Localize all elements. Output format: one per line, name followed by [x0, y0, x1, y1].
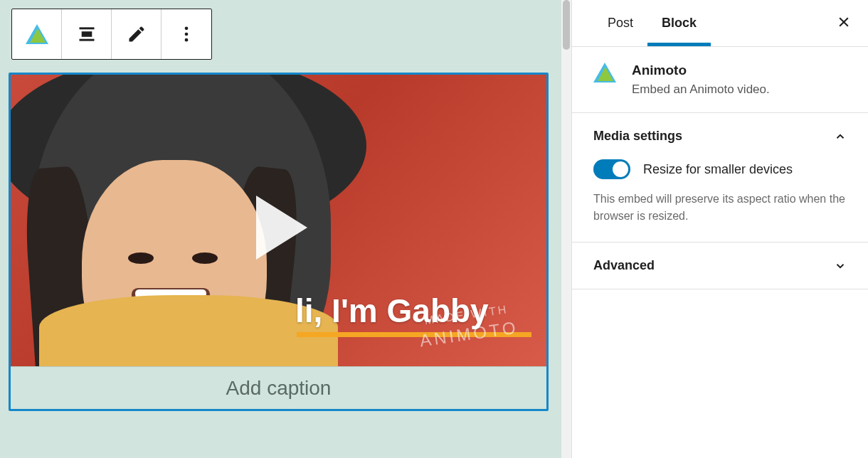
pencil-icon	[127, 24, 147, 44]
scrollbar[interactable]	[561, 0, 571, 458]
panel-advanced: Advanced	[572, 243, 868, 289]
block-type-button[interactable]	[12, 9, 62, 59]
align-button[interactable]	[62, 9, 112, 59]
block-name: Animoto	[632, 63, 770, 78]
animoto-embed-block[interactable]: li, I'm Gabby MADE WITH ANIMOTO Add capt…	[9, 73, 549, 411]
animoto-icon	[26, 24, 48, 44]
resize-toggle[interactable]	[593, 159, 630, 179]
settings-sidebar: Post Block Animoto Embed an Animoto vide…	[571, 0, 868, 458]
animoto-icon	[593, 63, 619, 88]
play-icon[interactable]	[256, 196, 307, 260]
block-header: Animoto Embed an Animoto video.	[572, 47, 868, 113]
panel-advanced-header[interactable]: Advanced	[572, 243, 868, 289]
video-preview[interactable]: li, I'm Gabby MADE WITH ANIMOTO	[11, 75, 546, 366]
svg-point-4	[185, 33, 189, 36]
resize-toggle-label: Resize for smaller devices	[643, 162, 793, 177]
close-icon	[837, 15, 851, 29]
svg-point-5	[185, 38, 189, 42]
block-toolbar	[11, 9, 212, 60]
resize-help-text: This embed will preserve its aspect rati…	[593, 191, 847, 225]
close-sidebar-button[interactable]	[834, 11, 854, 36]
chevron-up-icon	[834, 130, 847, 143]
svg-point-3	[185, 27, 189, 31]
svg-rect-1	[83, 33, 91, 36]
tab-post[interactable]: Post	[593, 0, 647, 46]
edit-button[interactable]	[112, 9, 162, 59]
scrollbar-thumb[interactable]	[563, 0, 570, 50]
panel-media-settings: Media settings Resize for smaller device…	[572, 113, 868, 243]
sidebar-tabs: Post Block	[572, 0, 868, 47]
block-description: Embed an Animoto video.	[632, 82, 770, 97]
align-icon	[77, 24, 97, 44]
more-options-button[interactable]	[162, 9, 211, 59]
panel-media-settings-header[interactable]: Media settings	[572, 113, 868, 159]
caption-input[interactable]: Add caption	[11, 366, 546, 409]
panel-title: Advanced	[593, 258, 655, 273]
panel-title: Media settings	[593, 129, 682, 144]
more-vertical-icon	[176, 24, 196, 44]
tab-block[interactable]: Block	[647, 0, 711, 46]
chevron-down-icon	[834, 260, 847, 272]
editor-canvas: li, I'm Gabby MADE WITH ANIMOTO Add capt…	[0, 0, 571, 458]
